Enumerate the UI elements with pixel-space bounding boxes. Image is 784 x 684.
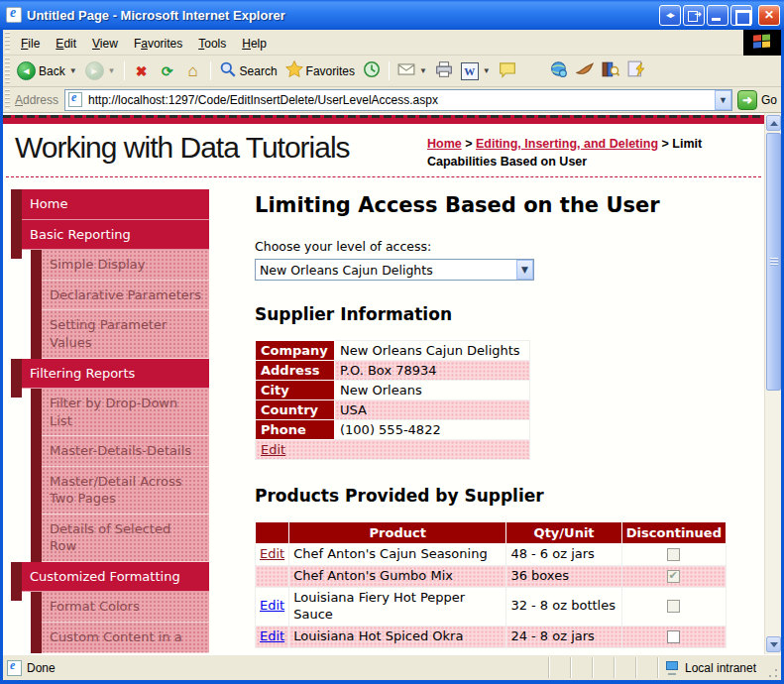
status-text: Done	[27, 661, 56, 675]
table-row: Phone(100) 555-4822	[256, 420, 530, 440]
minimize-icon[interactable]	[707, 5, 728, 26]
chevron-down-icon[interactable]: ▼	[516, 260, 533, 280]
chevron-down-icon[interactable]: ▼	[419, 66, 427, 75]
security-zone: Local intranet	[685, 661, 756, 675]
maximize-icon[interactable]	[730, 5, 752, 26]
nav-accent-bar	[11, 220, 22, 251]
discuss-button[interactable]	[495, 58, 520, 83]
table-row: CompanyNew Orleans Cajun Delights	[256, 341, 530, 361]
table-row: EditChef Anton's Cajun Seasoning48 - 6 o…	[256, 544, 727, 566]
fox-icon	[576, 60, 594, 81]
stop-button[interactable]: ✖	[129, 60, 155, 82]
menu-favorites[interactable]: Favorites	[126, 34, 190, 54]
menu-tools[interactable]: Tools	[190, 34, 234, 54]
detach-icon[interactable]	[683, 5, 705, 26]
favorites-star-button[interactable]: Favorites	[281, 58, 359, 83]
library-search-button[interactable]	[598, 58, 623, 83]
chevron-down-icon[interactable]: ▼	[483, 66, 491, 75]
messenger-grid-button[interactable]	[623, 58, 649, 83]
scroll-up-icon[interactable]	[766, 115, 781, 131]
supplier-field-value: New Orleans	[335, 381, 530, 400]
discontinued-checkbox[interactable]	[667, 630, 680, 643]
back-button[interactable]: ◄Back▼	[13, 59, 81, 82]
sidebar-item-master-details-details[interactable]: Master-Details-Details	[31, 436, 209, 467]
sidebar-item-filter-by-drop-down-list[interactable]: Filter by Drop-Down List	[31, 389, 209, 436]
history-button[interactable]	[359, 58, 385, 83]
scrollbar-thumb[interactable]	[766, 133, 781, 391]
sidebar-item-setting-parameter-values[interactable]: Setting Parameter Values	[31, 310, 209, 358]
address-input[interactable]	[86, 92, 715, 108]
product-edit-link[interactable]: Edit	[260, 598, 284, 613]
sidebar-item-label: Filter by Drop-Down List	[42, 389, 209, 436]
sidebar-item-declarative-parameters[interactable]: Declarative Parameters	[31, 281, 209, 311]
qty-unit-cell: 48 - 6 oz jars	[506, 544, 621, 566]
supplier-field-label: Phone	[256, 420, 335, 440]
supplier-field-value: (100) 555-4822	[335, 420, 530, 440]
home-button[interactable]: ⌂	[180, 60, 206, 82]
sidebar-item-home[interactable]: Home	[11, 189, 209, 220]
scroll-down-icon[interactable]	[766, 636, 781, 652]
table-header-row: ProductQty/UnitDiscontinued	[256, 522, 727, 544]
menu-help[interactable]: Help	[234, 34, 275, 54]
nav-accent-bar	[31, 592, 42, 623]
sidebar-item-basic-reporting[interactable]: Basic Reporting	[11, 220, 209, 251]
print-button[interactable]	[431, 58, 457, 83]
chevron-down-icon[interactable]: ▼	[69, 66, 77, 75]
nav-accent-bar	[11, 189, 22, 220]
address-grip-handle[interactable]	[5, 89, 10, 110]
sidebar-item-custom-content-in-a[interactable]: Custom Content in a	[31, 623, 209, 653]
edit-word-icon: W	[461, 62, 479, 80]
address-bar: Address ▼ ➜ Go	[3, 87, 781, 113]
menu-bar: FileEditViewFavoritesToolsHelp	[3, 30, 781, 56]
breadcrumb-home[interactable]: Home	[427, 137, 462, 151]
access-level-select[interactable]: New Orleans Cajun Delights ▼	[255, 259, 534, 281]
supplier-field-value: P.O. Box 78934	[335, 361, 530, 381]
sidebar-item-label: Setting Parameter Values	[42, 310, 209, 358]
edit-word-button[interactable]: W▼	[457, 60, 495, 82]
sidebar-item-label: Customized Formatting	[22, 562, 209, 593]
chevron-down-icon[interactable]: ▼	[108, 66, 116, 75]
supplier-edit-link[interactable]: Edit	[261, 442, 285, 457]
sidebar-item-master-detail-across-two-pages[interactable]: Master/Detail Across Two Pages	[31, 467, 209, 514]
go-label: Go	[761, 93, 777, 107]
messenger-grid-icon	[627, 60, 645, 81]
resize-grip-icon[interactable]	[766, 667, 779, 680]
close-icon[interactable]	[758, 5, 780, 26]
switch-icon[interactable]	[659, 5, 681, 26]
refresh-button[interactable]: ⟳	[155, 60, 180, 82]
menu-grip-handle[interactable]	[5, 32, 10, 53]
menu-edit[interactable]: Edit	[48, 34, 84, 54]
toolbar-grip-handle[interactable]	[5, 57, 10, 84]
menu-file[interactable]: File	[13, 34, 48, 54]
vertical-scrollbar[interactable]	[764, 113, 781, 654]
address-dropdown-icon[interactable]: ▼	[715, 90, 731, 110]
qty-unit-cell: 36 boxes	[506, 566, 621, 588]
page-content: Working with Data Tutorials Home > Editi…	[3, 113, 764, 654]
breadcrumb-editing-inserting-and-deleting[interactable]: Editing, Inserting, and Deleting	[476, 137, 658, 151]
sidebar-item-customized-formatting[interactable]: Customized Formatting	[11, 562, 209, 593]
ie-logo-icon	[6, 7, 22, 23]
product-edit-link[interactable]: Edit	[260, 628, 284, 643]
status-bar: Done Local intranet	[3, 654, 781, 680]
ie-window: Untitled Page - Microsoft Internet Explo…	[0, 0, 784, 684]
menu-view[interactable]: View	[84, 34, 126, 54]
sidebar-item-details-of-selected-row[interactable]: Details of Selected Row	[31, 514, 209, 562]
page-title: Limiting Access Based on the User	[255, 193, 732, 217]
nav-accent-bar	[31, 514, 42, 562]
discontinued-checkbox	[667, 570, 680, 583]
library-search-icon	[602, 60, 619, 81]
sidebar-item-simple-display[interactable]: Simple Display	[31, 250, 209, 281]
sidebar-item-format-colors[interactable]: Format Colors	[31, 592, 209, 623]
search-button[interactable]: Search	[215, 58, 281, 83]
mail-button[interactable]: ▼	[393, 58, 431, 83]
go-button[interactable]: ➜ Go	[737, 90, 777, 110]
column-header: Product	[289, 522, 506, 544]
research-globe-button[interactable]	[546, 58, 572, 83]
column-header: Discontinued	[621, 522, 726, 544]
sidebar-item-filtering-reports[interactable]: Filtering Reports	[11, 359, 209, 390]
product-edit-link[interactable]: Edit	[260, 546, 284, 561]
fox-button[interactable]	[572, 58, 598, 83]
sidebar-item-label: Master-Details-Details	[42, 436, 209, 467]
sidebar-item-label: Home	[22, 189, 209, 220]
product-name-cell: Louisiana Hot Spiced Okra	[289, 626, 506, 647]
